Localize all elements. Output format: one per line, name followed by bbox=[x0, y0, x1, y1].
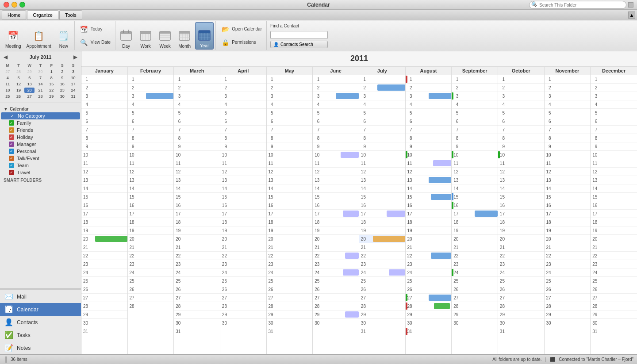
day-row[interactable]: 30 bbox=[267, 319, 313, 327]
day-row[interactable]: 2 bbox=[452, 84, 498, 92]
calendar-section-header[interactable]: ▼ Calendar bbox=[0, 106, 81, 112]
day-row[interactable]: 18 bbox=[267, 218, 313, 226]
day-row[interactable]: 23 bbox=[81, 260, 127, 268]
day-row[interactable]: 18 bbox=[220, 218, 266, 226]
day-row[interactable]: 13 bbox=[174, 176, 220, 184]
day-row[interactable]: 11 bbox=[313, 159, 359, 168]
day-row[interactable]: 12 bbox=[128, 168, 174, 176]
category-checkbox[interactable]: ✓ bbox=[9, 149, 14, 154]
mini-cal-day[interactable]: 19 bbox=[14, 88, 24, 93]
category-checkbox[interactable]: ✓ bbox=[9, 163, 14, 168]
mini-cal-day[interactable]: 16 bbox=[58, 81, 68, 87]
mini-cal-day[interactable]: 12 bbox=[14, 81, 24, 87]
day-row[interactable]: 17 bbox=[81, 210, 127, 218]
day-row[interactable]: 16 bbox=[267, 201, 313, 210]
day-row[interactable]: 16 bbox=[174, 201, 220, 210]
day-row[interactable]: 9 bbox=[81, 142, 127, 151]
day-row[interactable]: 2 bbox=[406, 84, 452, 92]
day-row[interactable]: 23 bbox=[220, 260, 266, 268]
day-row[interactable]: 4 bbox=[128, 100, 174, 109]
day-row[interactable]: 28 bbox=[406, 302, 452, 310]
day-row[interactable]: 22 bbox=[267, 252, 313, 260]
day-row[interactable]: 4 bbox=[359, 100, 405, 109]
day-row[interactable]: 4 bbox=[174, 100, 220, 109]
category-checkbox[interactable]: ✓ bbox=[9, 134, 14, 140]
day-row[interactable]: 20 bbox=[591, 235, 637, 243]
day-row[interactable]: 29 bbox=[545, 310, 591, 319]
day-row[interactable]: 30 bbox=[498, 319, 544, 327]
day-row[interactable]: 10 bbox=[174, 151, 220, 159]
day-row[interactable]: 23 bbox=[359, 260, 405, 268]
day-row[interactable]: 26 bbox=[359, 285, 405, 294]
day-row[interactable]: 7 bbox=[498, 126, 544, 134]
day-row[interactable]: 3 bbox=[406, 92, 452, 100]
mini-cal-day[interactable]: 27 bbox=[3, 69, 13, 74]
day-row[interactable]: 15 bbox=[498, 193, 544, 201]
mini-cal-day[interactable]: 5 bbox=[14, 75, 24, 80]
day-row[interactable]: 28 bbox=[498, 302, 544, 310]
day-row[interactable]: 17 bbox=[313, 210, 359, 218]
day-row[interactable]: 27 bbox=[81, 294, 127, 302]
day-row[interactable]: 19 bbox=[591, 226, 637, 235]
day-row[interactable]: 9 bbox=[174, 142, 220, 151]
day-row[interactable]: 31 bbox=[498, 327, 544, 336]
day-row[interactable]: 14 bbox=[359, 184, 405, 193]
mini-cal-day[interactable]: 4 bbox=[3, 75, 13, 80]
mini-cal-day[interactable]: 29 bbox=[46, 94, 57, 99]
category-family[interactable]: ✓ Family bbox=[0, 119, 81, 126]
day-row[interactable]: 14 bbox=[591, 184, 637, 193]
day-row[interactable]: 12 bbox=[498, 168, 544, 176]
day-row[interactable]: 24 bbox=[359, 268, 405, 277]
day-row[interactable]: 8 bbox=[406, 134, 452, 142]
day-row[interactable]: 7 bbox=[545, 126, 591, 134]
day-row[interactable]: 27 bbox=[174, 294, 220, 302]
day-view-button[interactable]: Day bbox=[117, 22, 135, 50]
month-view-button[interactable]: Month bbox=[176, 22, 193, 50]
day-row[interactable]: 10 bbox=[267, 151, 313, 159]
day-row[interactable]: 5 bbox=[128, 109, 174, 117]
day-row[interactable]: 12 bbox=[81, 168, 127, 176]
day-row[interactable]: 24 bbox=[452, 268, 498, 277]
mini-cal-day[interactable]: 11 bbox=[3, 81, 13, 87]
day-row[interactable]: 5 bbox=[220, 109, 266, 117]
day-row[interactable]: 15 bbox=[406, 193, 452, 201]
day-row[interactable]: 5 bbox=[81, 109, 127, 117]
tab-organize[interactable]: Organize bbox=[27, 10, 58, 20]
mini-cal-day[interactable]: 30 bbox=[58, 94, 68, 99]
day-row[interactable]: 24 bbox=[313, 268, 359, 277]
day-row[interactable]: 18 bbox=[174, 218, 220, 226]
day-row[interactable]: 27 bbox=[128, 294, 174, 302]
day-row[interactable]: 21 bbox=[545, 243, 591, 252]
mini-cal-day[interactable]: 25 bbox=[3, 94, 13, 99]
permissions-button[interactable]: 🔒 Permissions bbox=[218, 36, 265, 49]
day-row[interactable]: 17 bbox=[267, 210, 313, 218]
day-row[interactable]: 13 bbox=[359, 176, 405, 184]
day-row[interactable]: 26 bbox=[406, 285, 452, 294]
day-row[interactable]: 28 bbox=[81, 302, 127, 310]
day-row[interactable]: 9 bbox=[452, 142, 498, 151]
day-row[interactable]: 2 bbox=[545, 84, 591, 92]
mini-cal-day[interactable]: 29 bbox=[24, 69, 35, 74]
mini-cal-day[interactable]: 8 bbox=[46, 75, 57, 80]
day-row[interactable]: 1 bbox=[128, 75, 174, 84]
day-row[interactable]: 31 bbox=[81, 327, 127, 336]
year-view-button[interactable]: Year bbox=[195, 22, 214, 50]
day-row[interactable]: 3 bbox=[174, 92, 220, 100]
day-row[interactable]: 21 bbox=[267, 243, 313, 252]
day-row[interactable]: 1 bbox=[452, 75, 498, 84]
day-row[interactable]: 1 bbox=[359, 75, 405, 84]
day-row[interactable]: 1 bbox=[81, 75, 127, 84]
mini-cal-day[interactable]: 3 bbox=[68, 69, 78, 74]
day-row[interactable]: 30 bbox=[220, 319, 266, 327]
day-row[interactable]: 16 bbox=[220, 201, 266, 210]
day-row[interactable]: 2 bbox=[498, 84, 544, 92]
day-row[interactable]: 21 bbox=[81, 243, 127, 252]
category-checkbox[interactable]: ✓ bbox=[9, 127, 14, 133]
day-row[interactable]: 19 bbox=[313, 226, 359, 235]
day-row[interactable]: 9 bbox=[359, 142, 405, 151]
day-row[interactable]: 11 bbox=[545, 159, 591, 168]
day-row[interactable]: 5 bbox=[313, 109, 359, 117]
day-row[interactable]: 29 bbox=[313, 310, 359, 319]
day-row[interactable]: 4 bbox=[81, 100, 127, 109]
day-row[interactable]: 29 bbox=[267, 310, 313, 319]
